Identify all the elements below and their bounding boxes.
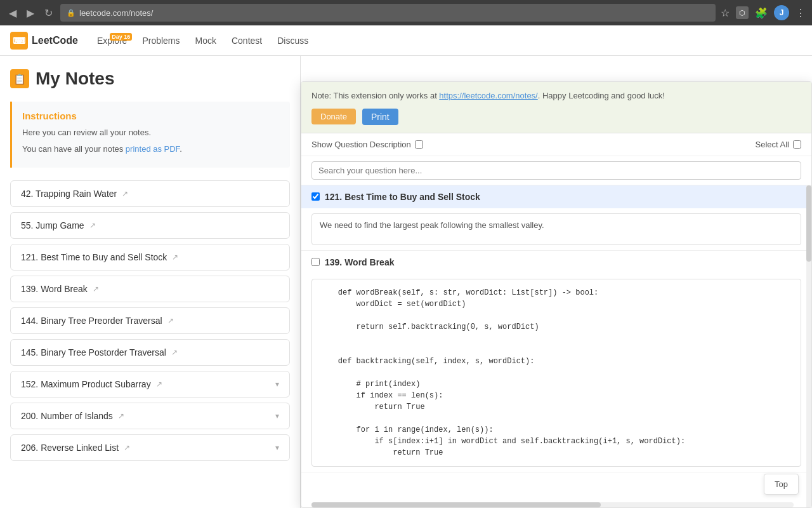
- question-checkbox-139[interactable]: [311, 258, 320, 266]
- external-link-icon-206: ↗: [124, 443, 130, 452]
- note-item-145[interactable]: 145. Binary Tree Postorder Traversal ↗: [10, 339, 290, 366]
- note-144-title: 144. Binary Tree Preorder Traversal: [21, 316, 162, 326]
- external-link-icon-55: ↗: [89, 221, 96, 230]
- scrollbar-track[interactable]: [806, 185, 811, 508]
- print-button[interactable]: Print: [362, 109, 398, 125]
- question-note-121[interactable]: We need to find the largest peak followi…: [311, 213, 801, 245]
- instructions-title: Instructions: [22, 110, 280, 121]
- popup-note-text: Note: This extension only works at https…: [311, 90, 801, 102]
- nav-mock[interactable]: Mock: [189, 32, 223, 50]
- note-item-206[interactable]: 206. Reverse Linked List ↗ ▾: [10, 434, 290, 461]
- select-all-checkbox[interactable]: [793, 140, 801, 149]
- instructions-text-2: You can have all your notes printed as P…: [22, 143, 280, 156]
- reload-button[interactable]: ↻: [42, 4, 55, 22]
- extensions2-icon[interactable]: 🧩: [755, 7, 768, 19]
- question-header-139[interactable]: 139. Word Break: [301, 251, 811, 274]
- note-145-title: 145. Binary Tree Postorder Traversal: [21, 347, 166, 358]
- top-button[interactable]: Top: [764, 474, 799, 495]
- nav-explore[interactable]: Explore Day 16: [91, 32, 133, 50]
- note-42-title: 42. Trapping Rain Water: [21, 189, 117, 199]
- search-input[interactable]: [311, 161, 801, 180]
- lc-nav: Explore Day 16 Problems Mock Contest Dis…: [91, 32, 315, 50]
- question-title-121: 121. Best Time to Buy and Sell Stock: [325, 192, 801, 202]
- external-link-icon-139: ↗: [93, 284, 99, 293]
- nav-problems[interactable]: Problems: [136, 32, 186, 50]
- note-item-144[interactable]: 144. Binary Tree Preorder Traversal ↗: [10, 307, 290, 334]
- note-item-152[interactable]: 152. Maximum Product Subarray ↗ ▾: [10, 371, 290, 398]
- extension-popup: Note: This extension only works at https…: [301, 81, 812, 508]
- browser-chrome: ◀ ▶ ↻ 🔒 leetcode.com/notes/ ☆ ⬡ 🧩 J ⋮: [0, 0, 812, 25]
- popup-header: Note: This extension only works at https…: [301, 82, 811, 133]
- external-link-icon-152: ↗: [156, 380, 162, 389]
- back-button[interactable]: ◀: [6, 4, 19, 22]
- day-badge: Day 16: [110, 33, 132, 41]
- external-link-icon-42: ↗: [122, 189, 128, 198]
- notes-icon: 📋: [10, 69, 29, 88]
- show-question-checkbox[interactable]: [415, 140, 423, 149]
- lc-logo-text: LeetCode: [32, 35, 78, 46]
- page-title: My Notes: [36, 69, 114, 89]
- external-link-icon-200: ↗: [118, 411, 124, 420]
- question-title-139: 139. Word Break: [325, 257, 801, 267]
- select-all-label[interactable]: Select All: [756, 140, 801, 149]
- extensions-icon[interactable]: ⬡: [736, 6, 749, 19]
- note-139-title: 139. Word Break: [21, 284, 88, 294]
- show-question-label[interactable]: Show Question Description: [311, 140, 423, 149]
- lc-logo[interactable]: ⌨ LeetCode: [10, 32, 78, 50]
- question-checkbox-121[interactable]: [311, 192, 320, 201]
- popup-content[interactable]: 121. Best Time to Buy and Sell Stock We …: [301, 185, 811, 508]
- note-152-title: 152. Maximum Product Subarray: [21, 379, 151, 389]
- lc-logo-icon: ⌨: [10, 32, 28, 50]
- note-item-200[interactable]: 200. Number of Islands ↗ ▾: [10, 403, 290, 429]
- chevron-down-icon-200: ▾: [275, 411, 279, 420]
- star-icon[interactable]: ☆: [721, 7, 730, 19]
- popup-actions: Donate Print: [311, 109, 801, 125]
- user-avatar[interactable]: J: [774, 5, 789, 20]
- nav-discuss[interactable]: Discuss: [271, 32, 315, 50]
- lock-icon: 🔒: [67, 9, 75, 17]
- forward-button[interactable]: ▶: [24, 4, 37, 22]
- horizontal-scrollbar[interactable]: [311, 502, 794, 507]
- chevron-down-icon-152: ▾: [275, 380, 279, 389]
- external-link-icon-145: ↗: [171, 348, 178, 357]
- note-item-55[interactable]: 55. Jump Game ↗: [10, 212, 290, 239]
- popup-note-link[interactable]: https://leetcode.com/notes/: [439, 91, 537, 100]
- question-code-139[interactable]: def wordBreak(self, s: str, wordDict: Li…: [311, 279, 801, 467]
- sidebar: 📋 My Notes Instructions Here you can rev…: [0, 56, 301, 508]
- note-item-139[interactable]: 139. Word Break ↗: [10, 276, 290, 302]
- note-item-121[interactable]: 121. Best Time to Buy and Sell Stock ↗: [10, 244, 290, 271]
- print-pdf-link[interactable]: printed as PDF: [126, 144, 180, 154]
- search-box-area: [301, 156, 811, 185]
- note-item-42[interactable]: 42. Trapping Rain Water ↗: [10, 180, 290, 207]
- collapsed-notes: 152. Maximum Product Subarray ↗ ▾ 200. N…: [10, 371, 290, 461]
- question-header-121[interactable]: 121. Best Time to Buy and Sell Stock: [301, 185, 811, 208]
- note-121-title: 121. Best Time to Buy and Sell Stock: [21, 252, 167, 262]
- donate-button[interactable]: Donate: [311, 109, 356, 124]
- external-link-icon-144: ↗: [167, 316, 174, 325]
- address-bar[interactable]: 🔒 leetcode.com/notes/: [60, 4, 716, 22]
- lc-header: ⌨ LeetCode Explore Day 16 Problems Mock …: [0, 25, 812, 56]
- h-scrollbar-thumb[interactable]: [311, 502, 601, 507]
- url-text: leetcode.com/notes/: [79, 8, 153, 18]
- note-200-title: 200. Number of Islands: [21, 411, 113, 421]
- instructions-card: Instructions Here you can review all you…: [10, 102, 290, 168]
- popup-controls: Show Question Description Select All: [301, 133, 811, 156]
- note-55-title: 55. Jump Game: [21, 220, 84, 231]
- notes-list: 42. Trapping Rain Water ↗ 55. Jump Game …: [10, 180, 290, 366]
- nav-contest[interactable]: Contest: [225, 32, 268, 50]
- menu-icon[interactable]: ⋮: [796, 7, 806, 19]
- scrollbar-thumb[interactable]: [806, 185, 811, 262]
- chevron-down-icon-206: ▾: [275, 443, 279, 452]
- browser-icons: ☆ ⬡ 🧩 J ⋮: [721, 5, 806, 20]
- instructions-text-1: Here you can review all your notes.: [22, 126, 280, 139]
- external-link-icon-121: ↗: [172, 253, 178, 262]
- note-206-title: 206. Reverse Linked List: [21, 443, 119, 453]
- question-item-139: 139. Word Break def wordBreak(self, s: s…: [301, 251, 811, 472]
- question-item-121: 121. Best Time to Buy and Sell Stock We …: [301, 185, 811, 251]
- page-title-area: 📋 My Notes: [10, 69, 290, 89]
